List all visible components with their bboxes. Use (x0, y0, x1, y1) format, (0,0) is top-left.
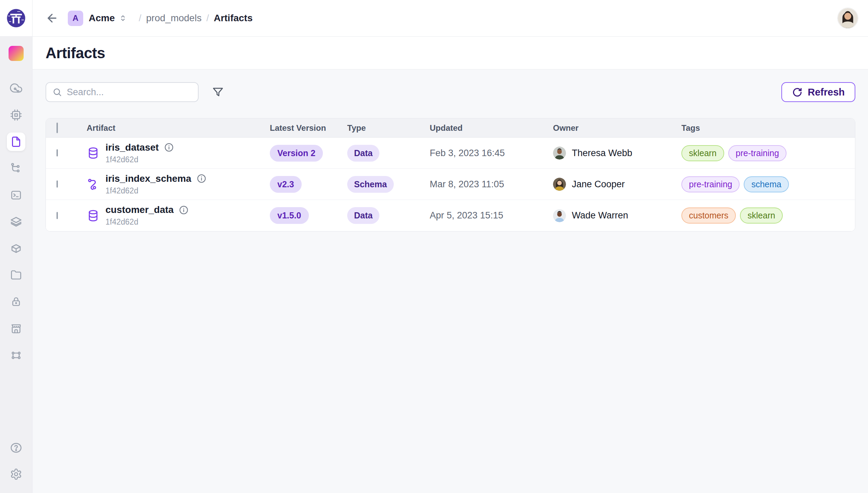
sidebar-item-cloud[interactable] (10, 82, 22, 94)
sidebar-item-layers[interactable] (10, 215, 22, 228)
artifact-hash: 1f42d62d (105, 186, 206, 195)
version-badge: v2.3 (270, 176, 302, 193)
tag-pill[interactable]: pre-training (681, 176, 740, 192)
topbar: A Acme / prod_models / Artifacts (0, 0, 868, 37)
tag-pill[interactable]: pre-training (728, 145, 787, 161)
sidebar-rail (0, 37, 33, 493)
filter-button[interactable] (210, 85, 225, 100)
main-panel: Artifacts (33, 37, 868, 493)
info-icon[interactable] (197, 174, 206, 184)
info-icon[interactable] (179, 205, 189, 215)
version-badge: v1.5.0 (270, 207, 309, 224)
workspace-gradient-avatar[interactable] (9, 46, 24, 61)
database-icon (87, 209, 100, 222)
owner-name: Wade Warren (572, 210, 628, 221)
row-checkbox[interactable] (56, 180, 58, 188)
search-box (46, 82, 199, 102)
col-header-updated: Updated (430, 123, 553, 133)
lock-icon (10, 295, 22, 308)
sidebar-item-packages[interactable] (10, 242, 22, 255)
artifact-name[interactable]: customer_data (105, 204, 174, 215)
row-checkbox[interactable] (56, 149, 58, 156)
folder-icon (10, 269, 22, 281)
org-avatar-badge[interactable]: A (68, 11, 83, 26)
file-artifacts-icon (10, 136, 22, 148)
package-box-icon (10, 242, 22, 255)
type-badge: Data (347, 145, 379, 162)
table-row[interactable]: customer_data 1f42d62d v1.5.0 Data Apr 5… (46, 200, 855, 231)
back-button[interactable] (45, 11, 59, 25)
arrow-left-icon (46, 12, 59, 25)
logo-cell (0, 0, 33, 36)
owner-avatar (553, 209, 566, 222)
col-header-artifact: Artifact (87, 123, 270, 133)
chevrons-up-down-icon[interactable] (118, 13, 128, 23)
torii-gate-logo-icon[interactable] (5, 7, 27, 29)
body-row: Artifacts (0, 37, 868, 493)
col-header-latest-version: Latest Version (270, 123, 347, 133)
sidebar-item-marketplace[interactable] (10, 323, 22, 335)
toolbar: Refresh (46, 82, 855, 102)
topbar-main: A Acme / prod_models / Artifacts (33, 0, 868, 36)
table-header-row: Artifact Latest Version Type Updated Own… (46, 118, 855, 138)
magnifier-icon (52, 87, 62, 97)
artifact-hash: 1f42d62d (105, 155, 174, 164)
owner-avatar (553, 147, 566, 160)
type-badge: Data (347, 207, 379, 224)
help-circle-icon (10, 442, 22, 454)
sidebar-item-secrets[interactable] (10, 295, 22, 308)
artifacts-table: Artifact Latest Version Type Updated Own… (46, 118, 855, 231)
table-row[interactable]: iris_dataset 1f42d62d Version 2 Data Feb… (46, 138, 855, 169)
sidebar-item-settings[interactable] (10, 468, 22, 480)
sidebar-item-pipelines[interactable] (10, 162, 22, 174)
artifact-name[interactable]: iris_index_schema (105, 173, 191, 184)
owner-avatar (553, 178, 566, 191)
route-icon (87, 178, 100, 191)
content-area: Refresh Artifact Latest Version Type Upd… (33, 69, 868, 493)
sidebar-item-help[interactable] (10, 442, 22, 454)
row-checkbox[interactable] (56, 212, 58, 219)
refresh-label: Refresh (808, 87, 845, 98)
tag-pill[interactable]: schema (744, 176, 789, 192)
sidebar-item-compute[interactable] (10, 109, 22, 121)
col-header-tags: Tags (681, 123, 855, 133)
tag-pill[interactable]: sklearn (681, 145, 724, 161)
tag-pill[interactable]: customers (681, 207, 736, 224)
frame-artboard-icon (10, 349, 22, 362)
col-header-type: Type (347, 123, 430, 133)
breadcrumb-project[interactable]: prod_models (146, 13, 202, 24)
layers-icon (10, 215, 22, 228)
cpu-icon (10, 109, 22, 121)
sidebar-item-files[interactable] (10, 269, 22, 281)
sidebar-item-canvas[interactable] (10, 349, 22, 362)
select-all-checkbox[interactable] (56, 123, 58, 133)
table-row[interactable]: iris_index_schema 1f42d62d v2.3 Schema M… (46, 169, 855, 200)
page-title: Artifacts (46, 45, 105, 62)
info-icon[interactable] (164, 142, 174, 152)
breadcrumb-separator: / (139, 13, 141, 24)
sidebar-item-artifacts[interactable] (10, 136, 22, 148)
sidebar-item-terminal[interactable] (10, 189, 22, 201)
user-avatar[interactable] (838, 8, 858, 28)
rotate-cw-icon (792, 87, 803, 98)
funnel-filter-icon (212, 86, 224, 99)
app-root: A Acme / prod_models / Artifacts (0, 0, 868, 493)
updated-timestamp: Mar 8, 2023 11:05 (430, 179, 553, 190)
database-icon (87, 147, 100, 160)
tag-pill[interactable]: sklearn (740, 207, 783, 224)
breadcrumb-separator: / (206, 13, 209, 24)
terminal-icon (10, 189, 22, 201)
artifact-hash: 1f42d62d (105, 217, 189, 227)
pipeline-tree-icon (10, 162, 22, 174)
settings-gear-icon (10, 468, 22, 480)
breadcrumb-org[interactable]: Acme (89, 13, 115, 24)
search-input[interactable] (67, 87, 192, 98)
storefront-icon (10, 323, 22, 335)
cloud-network-icon (10, 82, 22, 94)
artifact-name[interactable]: iris_dataset (105, 142, 159, 153)
refresh-button[interactable]: Refresh (781, 82, 855, 102)
col-header-owner: Owner (553, 123, 681, 133)
owner-name: Theresa Webb (572, 148, 632, 159)
title-bar: Artifacts (33, 37, 868, 69)
breadcrumb-page: Artifacts (214, 13, 253, 24)
